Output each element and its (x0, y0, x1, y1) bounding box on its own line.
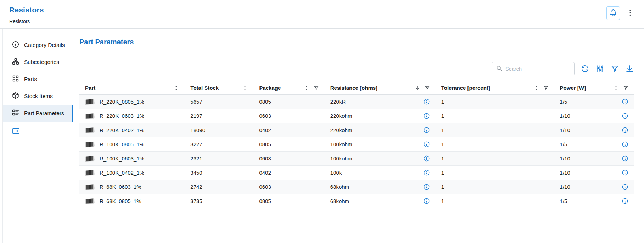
parameter-info-button[interactable] (423, 155, 430, 162)
sidebar: Category Details Subcategories Parts (3, 29, 73, 243)
sidebar-item-subcategories[interactable]: Subcategories (3, 54, 73, 71)
part-cell: R_220K_0805_1% (79, 95, 185, 109)
tolerance-value: 1 (436, 180, 554, 194)
resistance-cell: 100kohm (325, 152, 436, 165)
parameter-info-button[interactable] (423, 113, 430, 119)
column-header-resistance[interactable]: Resistance [ohms] (325, 81, 436, 94)
table-row[interactable]: R_100K_0402_1% 3450 0402 100k 1 1/10 (79, 166, 634, 180)
info-icon (423, 101, 430, 106)
parameter-info-button[interactable] (622, 155, 628, 162)
column-header-total-stock[interactable]: Total Stock (185, 81, 253, 94)
part-thumbnail (85, 142, 95, 147)
sort-selector-icon[interactable] (613, 85, 619, 91)
bell-icon (609, 9, 617, 18)
package-value: 0402 (253, 123, 324, 137)
info-icon (622, 101, 628, 106)
sidebar-item-part-parameters[interactable]: Part Parameters (3, 105, 73, 122)
breadcrumb[interactable]: Resistors (9, 18, 44, 24)
sort-desc-icon[interactable] (415, 85, 420, 91)
power-value: 1/10 (560, 113, 570, 119)
menu-button[interactable] (626, 6, 635, 20)
power-value: 1/10 (560, 155, 570, 162)
table-toolbar (79, 62, 634, 75)
search-icon (496, 65, 503, 73)
power-cell: 1/5 (554, 194, 634, 208)
column-filter-icon[interactable] (623, 85, 628, 91)
parameter-info-button[interactable] (622, 198, 628, 204)
total-stock-value: 5657 (185, 95, 253, 109)
parameter-info-button[interactable] (622, 169, 628, 176)
sort-selector-icon[interactable] (173, 85, 179, 91)
resistance-cell: 220kohm (325, 123, 436, 137)
column-header-package[interactable]: Package (253, 81, 324, 94)
parameter-info-button[interactable] (423, 98, 430, 105)
part-thumbnail (85, 127, 95, 133)
part-thumbnail (85, 156, 95, 161)
total-stock-value: 3735 (185, 194, 253, 208)
package-value: 0603 (253, 109, 324, 123)
parameter-info-button[interactable] (622, 127, 628, 133)
tolerance-value: 1 (436, 95, 554, 109)
resistance-cell: 68kohm (325, 180, 436, 194)
resistance-value: 100kohm (330, 141, 352, 147)
parameter-info-button[interactable] (622, 141, 628, 148)
column-filter-icon[interactable] (314, 85, 319, 91)
resistance-cell: 68kohm (325, 194, 436, 208)
column-label: Power [W] (560, 85, 586, 91)
notifications-button[interactable] (606, 6, 620, 20)
sidebar-item-stock-items[interactable]: Stock Items (3, 88, 73, 105)
section-divider (79, 55, 634, 55)
column-label: Total Stock (190, 85, 219, 91)
column-header-tolerance[interactable]: Tolerance [percent] (436, 81, 554, 94)
info-icon (622, 200, 628, 206)
download-button[interactable] (625, 64, 634, 73)
sidebar-item-parts[interactable]: Parts (3, 71, 73, 88)
power-value: 1/5 (560, 141, 567, 147)
resistance-value: 100kohm (330, 155, 352, 162)
refresh-button[interactable] (580, 64, 589, 73)
parameter-info-button[interactable] (423, 198, 430, 204)
search-input[interactable] (505, 66, 570, 72)
table-row[interactable]: R_68K_0805_1% 3735 0805 68kohm 1 1/5 (79, 194, 634, 208)
column-header-power[interactable]: Power [W] (554, 81, 634, 94)
parameter-info-button[interactable] (622, 98, 628, 105)
sidebar-collapse-button[interactable] (12, 127, 20, 135)
part-name: R_100K_0805_1% (100, 141, 144, 147)
table-row[interactable]: R_220K_0402_1% 18090 0402 220kohm 1 1/10 (79, 123, 634, 137)
table-row[interactable]: R_220K_0603_1% 2197 0603 220kohm 1 1/10 (79, 109, 634, 123)
part-cell: R_68K_0603_1% (79, 180, 185, 194)
parameter-info-button[interactable] (423, 184, 430, 190)
sidebar-item-label: Subcategories (24, 59, 59, 65)
sidebar-item-category-details[interactable]: Category Details (3, 37, 73, 54)
parameter-info-button[interactable] (622, 113, 628, 119)
part-cell: R_100K_0402_1% (79, 166, 185, 180)
parameter-info-button[interactable] (423, 127, 430, 133)
sidebar-item-label: Part Parameters (24, 110, 64, 116)
table-header-row: Part Total Stock (79, 81, 634, 95)
table-body: R_220K_0805_1% 5657 0805 220kR 1 1/5 (79, 95, 634, 208)
table-row[interactable]: R_100K_0603_1% 2321 0603 100kohm 1 1/10 (79, 152, 634, 166)
info-icon (622, 186, 628, 191)
resistance-cell: 220kohm (325, 109, 436, 123)
sort-selector-icon[interactable] (533, 85, 539, 91)
column-header-part[interactable]: Part (79, 81, 185, 94)
table-row[interactable]: R_68K_0603_1% 2742 0603 68kohm 1 1/10 (79, 180, 634, 194)
column-filter-icon[interactable] (543, 85, 549, 91)
column-filter-icon[interactable] (425, 85, 430, 91)
parameter-info-button[interactable] (423, 141, 430, 148)
filter-button[interactable] (610, 64, 619, 73)
sort-selector-icon[interactable] (242, 85, 248, 91)
part-thumbnail (85, 113, 95, 119)
parameter-info-button[interactable] (622, 184, 628, 190)
table-row[interactable]: R_100K_0805_1% 3227 0805 100kohm 1 1/5 (79, 137, 634, 152)
sort-selector-icon[interactable] (304, 85, 309, 91)
total-stock-value: 2742 (185, 180, 253, 194)
parameter-info-button[interactable] (423, 169, 430, 176)
table-row[interactable]: R_220K_0805_1% 5657 0805 220kR 1 1/5 (79, 95, 634, 109)
total-stock-value: 2321 (185, 152, 253, 165)
table-options-button[interactable] (595, 64, 604, 73)
part-name: R_220K_0603_1% (100, 113, 144, 119)
total-stock-value: 3450 (185, 166, 253, 180)
main-content: Part Parameters (73, 29, 644, 243)
tolerance-value: 1 (436, 123, 554, 137)
